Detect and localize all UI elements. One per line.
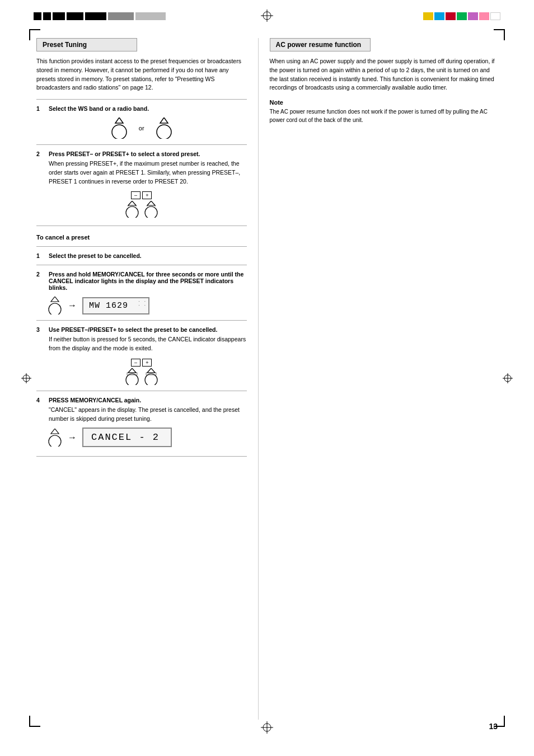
svg-point-24 [126, 374, 138, 385]
left-column: Preset Tuning This function provides ins… [36, 38, 258, 720]
cancel-step-4-diagram: → CANCEL - 2 [48, 428, 247, 447]
svg-marker-23 [128, 368, 136, 373]
side-crosshair-left [21, 373, 31, 383]
preset-tuning-header: Preset Tuning [36, 38, 137, 51]
svg-point-12 [157, 125, 171, 139]
cancel-step-3: 3 Use PRESET–/PRESET+ to select the pres… [36, 326, 247, 385]
page-number: 13 [489, 722, 498, 731]
cancel-step-1: 1 Select the preset to be cancelled. [36, 252, 247, 259]
cancel-preset-header: To cancel a preset [36, 234, 247, 241]
svg-point-14 [126, 206, 138, 218]
top-bar [0, 10, 534, 22]
right-column: AC power resume function When using an A… [258, 38, 498, 720]
step-1-num: 1 [36, 105, 44, 112]
svg-point-10 [112, 125, 127, 139]
step-2-title: Press PRESET– or PRESET+ to select a sto… [49, 151, 200, 157]
top-bar-right-blocks [423, 12, 500, 20]
svg-marker-17 [147, 201, 155, 205]
bottom-crosshair [261, 721, 273, 735]
svg-marker-13 [128, 201, 136, 205]
svg-point-27 [145, 374, 157, 385]
svg-point-18 [145, 206, 157, 218]
ac-power-body: When using an AC power supply and the po… [270, 57, 498, 92]
step-2-num: 2 [36, 151, 44, 157]
main-content: Preset Tuning This function provides ins… [36, 38, 498, 720]
display-mw1629: MW 1629 [89, 301, 128, 311]
step-2-body: When pressing PRESET+, if the maximum pr… [49, 159, 247, 186]
step-2: 2 Press PRESET– or PRESET+ to select a s… [36, 151, 247, 218]
cancel-step-4: 4 PRESS MEMORY/CANCEL again. "CANCEL" ap… [36, 397, 247, 448]
step-1-diagram: or [36, 118, 247, 139]
note-body: The AC power resume function does not wo… [270, 107, 498, 124]
svg-marker-11 [160, 118, 168, 123]
preset-tuning-intro: This function provides instant access to… [36, 57, 247, 92]
svg-point-30 [49, 435, 61, 447]
svg-marker-21 [51, 297, 59, 302]
svg-point-22 [49, 303, 61, 314]
step-2-diagram: – + [36, 191, 247, 218]
step-1-title: Select the WS band or a radio band. [49, 105, 149, 112]
top-bar-left-blocks [34, 12, 166, 20]
cancel-step-2-diagram: → MW 1629 · ·· · [48, 297, 247, 314]
side-crosshair-right [503, 373, 513, 383]
svg-marker-29 [51, 429, 59, 434]
cancel-step-3-diagram: – + [36, 359, 247, 385]
cancel-step-2: 2 Press and hold MEMORY/CANCEL for three… [36, 271, 247, 314]
svg-marker-9 [115, 118, 123, 123]
ac-power-header: AC power resume function [270, 38, 371, 51]
top-crosshair [261, 10, 273, 23]
display-cancel: CANCEL - 2 [91, 432, 160, 443]
step-1: 1 Select the WS band or a radio band. or [36, 105, 247, 139]
svg-marker-26 [147, 368, 155, 373]
note-title: Note [270, 99, 498, 106]
or-text: or [139, 125, 144, 132]
